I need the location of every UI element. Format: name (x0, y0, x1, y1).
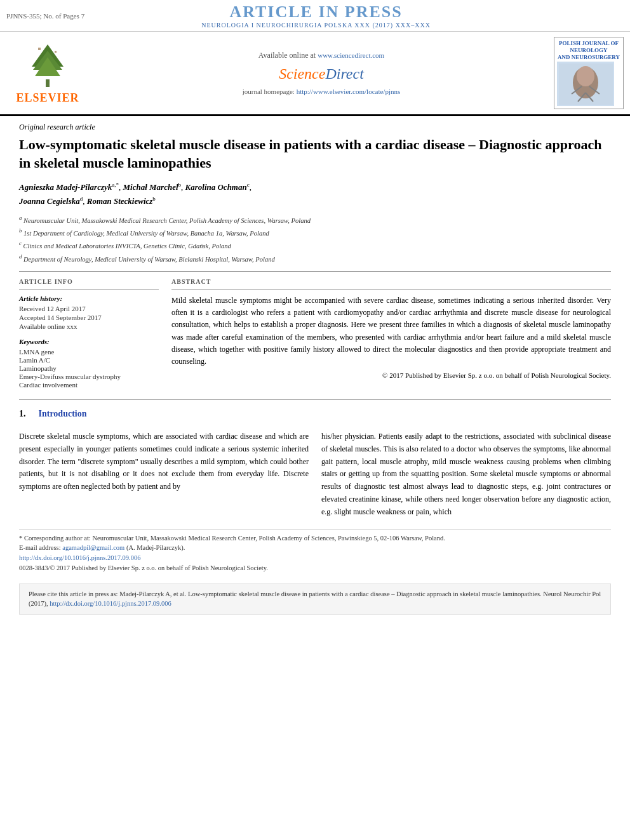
affiliations: a Neuromuscular Unit, Massakowski Medica… (19, 213, 611, 265)
journal-logo-box: POLISH JOURNAL OFNEUROLOGYAND NEUROSURGE… (554, 37, 624, 109)
email-link[interactable]: agamadpil@gmail.com (62, 544, 124, 551)
intro-number: 1. (19, 409, 26, 419)
author-2-sup: b (178, 182, 182, 188)
author-3-name: Karolina Ochman (185, 182, 247, 192)
email-footnote: E-mail address: agamadpil@gmail.com (A. … (19, 543, 611, 553)
main-content: Original research article Low-symptomati… (0, 116, 630, 621)
divider-1 (19, 271, 611, 272)
intro-left-text: Discrete skeletal muscle symptoms, which… (19, 430, 309, 493)
affil-2: b 1st Department of Cardiology, Medical … (19, 226, 611, 239)
elsevier-tree-icon (25, 41, 70, 89)
introduction-section: 1. Introduction Discrete skeletal muscle… (19, 409, 611, 519)
author-5-sup: b (152, 196, 156, 202)
available-online-text: Available online at www.sciencedirect.co… (258, 51, 384, 60)
affil-4: d Department of Neurology, Medical Unive… (19, 252, 611, 265)
author-1-name: Agnieszka Madej-Pilarczyk (19, 182, 112, 192)
divider-2 (19, 399, 611, 400)
author-4-name: Joanna Cegielska (19, 196, 80, 206)
abstract-copyright: © 2017 Published by Elsevier Sp. z o.o. … (171, 371, 611, 379)
author-5-name: Roman Steckiewicz (87, 196, 153, 206)
issn-footnote: 0028-3843/© 2017 Published by Elsevier S… (19, 563, 611, 573)
article-info-section-label: ARTICLE INFO (19, 278, 159, 285)
journal-cover-image (557, 62, 614, 106)
abstract-column: ABSTRACT Mild skeletal muscle symptoms m… (171, 278, 611, 389)
abstract-divider (171, 289, 611, 290)
author-3-sup: c (247, 182, 250, 188)
svg-rect-5 (55, 51, 57, 53)
info-divider (19, 289, 159, 290)
citation-doi-link[interactable]: http://dx.doi.org/10.1016/j.pjnns.2017.0… (50, 600, 171, 607)
keyword-2: Lamin A/C (19, 356, 159, 364)
abstract-section-label: ABSTRACT (171, 278, 611, 285)
sciencedirect-logo: ScienceDirect (279, 65, 364, 83)
citation-bar: Please cite this article in press as: Ma… (19, 583, 611, 615)
keyword-5: Cardiac involvement (19, 381, 159, 389)
header-center: Available online at www.sciencedirect.co… (89, 37, 554, 109)
received-date: Received 12 April 2017 (19, 305, 159, 312)
article-in-press-banner: ARTICLE IN PRESS Neurologia i Neurochiru… (84, 3, 547, 29)
article-info-column: ARTICLE INFO Article history: Received 1… (19, 278, 159, 389)
intro-left-col: Discrete skeletal muscle symptoms, which… (19, 430, 309, 519)
doi-footnote: http://dx.doi.org/10.1016/j.pjnns.2017.0… (19, 553, 611, 563)
svg-point-8 (577, 66, 594, 86)
intro-heading-row: 1. Introduction (19, 409, 611, 424)
journal-logo: POLISH JOURNAL OFNEUROLOGYAND NEUROSURGE… (554, 37, 624, 109)
article-type: Original research article (19, 123, 611, 132)
intro-heading: Introduction (39, 409, 87, 419)
keywords-label: Keywords: (19, 338, 159, 345)
authors-list: Agnieszka Madej-Pilarczyka,*, Michał Mar… (19, 180, 611, 208)
header-section: ELSEVIER Available online at www.science… (0, 32, 630, 116)
info-abstract-section: ARTICLE INFO Article history: Received 1… (19, 278, 611, 389)
abstract-text: Mild skeletal muscle symptoms might be a… (171, 295, 611, 368)
keyword-3: Laminopathy (19, 364, 159, 372)
article-id: PJNNS-355; No. of Pages 7 (6, 12, 84, 20)
intro-right-text: his/her physician. Patients easily adapt… (321, 430, 611, 519)
journal-cover-svg (559, 63, 613, 105)
author-4-sup: d (80, 196, 83, 202)
elsevier-logo: ELSEVIER (6, 37, 89, 109)
top-banner: PJNNS-355; No. of Pages 7 ARTICLE IN PRE… (0, 0, 630, 32)
affil-1: a Neuromuscular Unit, Massakowski Medica… (19, 213, 611, 226)
corresponding-footnote: * Corresponding author at: Neuromuscular… (19, 533, 611, 543)
intro-body: Discrete skeletal muscle symptoms, which… (19, 430, 611, 519)
journal-homepage: journal homepage: http://www.elsevier.co… (243, 88, 401, 95)
article-title: Low-symptomatic skeletal muscle disease … (19, 136, 611, 172)
journal-logo-title: POLISH JOURNAL OFNEUROLOGYAND NEUROSURGE… (557, 40, 620, 60)
author-2-name: Michał Marchel (123, 182, 178, 192)
article-history-label: Article history: (19, 295, 159, 302)
intro-right-col: his/her physician. Patients easily adapt… (321, 430, 611, 519)
journal-homepage-url[interactable]: http://www.elsevier.com/locate/pjnns (297, 88, 401, 95)
svg-rect-0 (46, 79, 50, 87)
affil-3: c Clinics and Medical Laboratories INVIC… (19, 239, 611, 251)
author-1-sup: a,* (112, 182, 119, 188)
doi-link[interactable]: http://dx.doi.org/10.1016/j.pjnns.2017.0… (19, 554, 140, 561)
available-online: Available online xxx (19, 323, 159, 330)
article-in-press-label: ARTICLE IN PRESS (84, 3, 547, 22)
journal-name: Neurologia i Neurochirurgia Polska XXX (… (84, 22, 547, 29)
footnotes: * Corresponding author at: Neuromuscular… (19, 529, 611, 573)
accepted-date: Accepted 14 September 2017 (19, 314, 159, 321)
sciencedirect-url[interactable]: www.sciencedirect.com (318, 51, 384, 59)
elsevier-wordmark: ELSEVIER (16, 91, 79, 105)
svg-rect-4 (38, 48, 41, 50)
keyword-4: Emery-Dreifuss muscular dystrophy (19, 373, 159, 380)
keyword-1: LMNA gene (19, 348, 159, 356)
